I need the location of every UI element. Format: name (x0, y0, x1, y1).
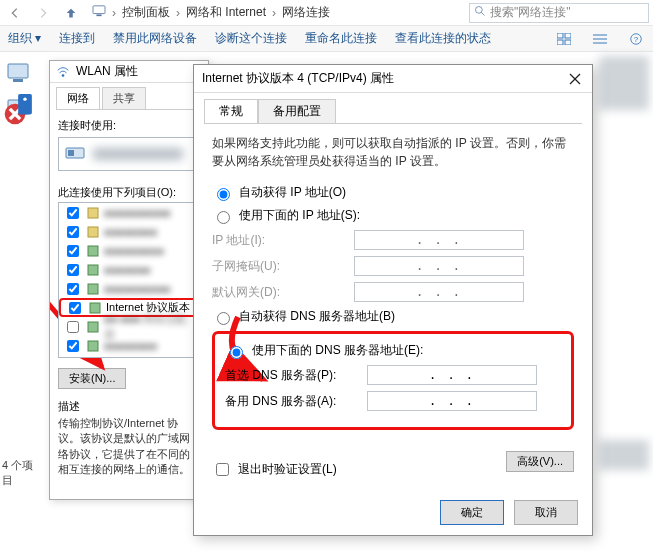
tab-sharing[interactable]: 共享 (102, 87, 146, 109)
svg-rect-7 (565, 40, 571, 45)
network-adapter-icon[interactable] (4, 58, 38, 88)
blurred-content (599, 56, 649, 110)
cmd-connect[interactable]: 连接到 (59, 30, 95, 47)
view-details-button[interactable] (591, 31, 609, 47)
gateway-input[interactable]: . . . (354, 282, 524, 302)
up-button[interactable] (60, 3, 82, 23)
radio-auto-ip-input[interactable] (217, 188, 230, 201)
list-item[interactable]: ■■■■■■■■ (59, 222, 199, 241)
install-button[interactable]: 安装(N)... (58, 368, 126, 389)
svg-rect-25 (88, 208, 98, 218)
search-input[interactable]: 搜索"网络连接" (469, 3, 649, 23)
list-item[interactable]: ■■■■■■■■■■ (59, 203, 199, 222)
ip-address-input[interactable]: . . . (354, 230, 524, 250)
radio-auto-dns-input[interactable] (217, 312, 230, 325)
blurred-content: ■■■■■■■■■■ (104, 283, 170, 295)
item-checkbox[interactable] (67, 340, 79, 352)
tab-network[interactable]: 网络 (56, 87, 100, 109)
item-checkbox[interactable] (67, 283, 79, 295)
close-button[interactable] (566, 70, 584, 88)
cmd-disable[interactable]: 禁用此网络设备 (113, 30, 197, 47)
svg-rect-28 (88, 265, 98, 275)
ip-address-label: IP 地址(I): (212, 232, 354, 249)
status-bar-count: 4 个项目 (0, 458, 44, 488)
item-checkbox[interactable] (67, 207, 79, 219)
radio-auto-dns[interactable]: 自动获得 DNS 服务器地址(B) (212, 308, 574, 325)
breadcrumb[interactable]: › 控制面板 › 网络和 Internet › 网络连接 (88, 4, 463, 21)
cmd-organize[interactable]: 组织 ▾ (8, 30, 41, 47)
svg-rect-1 (96, 14, 101, 16)
validate-checkbox-row[interactable]: 退出时验证设置(L) (212, 460, 337, 479)
component-icon (86, 206, 100, 220)
back-button[interactable] (4, 3, 26, 23)
preferred-dns-label: 首选 DNS 服务器(P): (225, 367, 367, 384)
component-icon (88, 301, 102, 315)
cancel-button[interactable]: 取消 (514, 500, 578, 525)
wifi-icon (56, 65, 70, 79)
svg-rect-14 (13, 79, 23, 82)
preferred-dns-input[interactable]: . . . (367, 365, 537, 385)
tab-alternate[interactable]: 备用配置 (258, 99, 336, 123)
forward-button[interactable] (32, 3, 54, 23)
svg-text:?: ? (634, 34, 639, 43)
svg-rect-29 (88, 284, 98, 294)
blurred-content: ■■■■■■■■ (104, 226, 157, 238)
svg-rect-6 (557, 40, 563, 45)
cmd-status[interactable]: 查看此连接的状态 (395, 30, 491, 47)
tab-general[interactable]: 常规 (204, 99, 258, 123)
help-button[interactable]: ? (627, 31, 645, 47)
svg-line-3 (482, 13, 485, 16)
explorer-topbar: › 控制面板 › 网络和 Internet › 网络连接 搜索"网络连接" (0, 0, 653, 26)
cmd-rename[interactable]: 重命名此连接 (305, 30, 377, 47)
svg-rect-4 (557, 33, 563, 38)
bc-root[interactable]: 控制面板 (122, 4, 170, 21)
bc-leaf[interactable]: 网络连接 (282, 4, 330, 21)
list-item[interactable]: ■■■■■■■■■■ (59, 279, 199, 298)
item-checkbox[interactable] (67, 321, 79, 333)
item-checkbox[interactable] (67, 226, 79, 238)
command-bar: 组织 ▾ 连接到 禁用此网络设备 诊断这个连接 重命名此连接 查看此连接的状态 … (0, 26, 653, 52)
items-listbox[interactable]: ■■■■■■■■■■ ■■■■■■■■ ■■■■■■■■■ ■■■■■■■ ■■… (58, 202, 200, 358)
adapter-card-icon (65, 145, 87, 163)
subnet-input[interactable]: . . . (354, 256, 524, 276)
radio-auto-dns-label: 自动获得 DNS 服务器地址(B) (239, 308, 395, 325)
svg-rect-13 (8, 64, 28, 78)
item-checkbox[interactable] (69, 302, 81, 314)
description-text: 传输控制协议/Internet 协议。该协议是默认的广域网络协议，它提供了在不同… (58, 416, 200, 478)
radio-manual-dns-input[interactable] (230, 346, 243, 359)
item-checkbox[interactable] (67, 264, 79, 276)
content-area: 4 个项目 (0, 52, 44, 552)
blurred-content: ■■■■■■■■■ (104, 245, 164, 257)
item-checkbox[interactable] (67, 245, 79, 257)
network-adapter-icon[interactable] (4, 94, 38, 124)
bc-mid[interactable]: 网络和 Internet (186, 4, 266, 21)
description-label: 描述 (58, 399, 200, 414)
svg-rect-5 (565, 33, 571, 38)
validate-checkbox[interactable] (216, 463, 229, 476)
radio-manual-ip[interactable]: 使用下面的 IP 地址(S): (212, 207, 574, 224)
alternate-dns-input[interactable]: . . . (367, 391, 537, 411)
ipv4-properties-dialog: Internet 协议版本 4 (TCP/IPv4) 属性 常规 备用配置 如果… (193, 64, 593, 536)
advanced-button[interactable]: 高级(V)... (506, 451, 574, 472)
radio-auto-ip[interactable]: 自动获得 IP 地址(O) (212, 184, 574, 201)
alternate-dns-label: 备用 DNS 服务器(A): (225, 393, 367, 410)
list-item[interactable]: ■■ ■■■ 网络适配器 (59, 317, 199, 336)
svg-rect-32 (88, 341, 98, 351)
wlan-properties-dialog: WLAN 属性 网络 共享 连接时使用: 此连接使用下列项目(O): ■■■■■… (49, 60, 209, 500)
ok-button[interactable]: 确定 (440, 500, 504, 525)
list-item[interactable]: ■■■■■■■■■ (59, 241, 199, 260)
items-label: 此连接使用下列项目(O): (58, 185, 200, 200)
component-icon (86, 282, 100, 296)
blurred-content: ■■■■■■■ (104, 264, 151, 276)
list-item[interactable]: ■■■■■■■ (59, 260, 199, 279)
radio-manual-ip-input[interactable] (217, 211, 230, 224)
wlan-title: WLAN 属性 (76, 63, 138, 80)
search-icon (474, 5, 486, 20)
view-icons-button[interactable] (555, 31, 573, 47)
cmd-diagnose[interactable]: 诊断这个连接 (215, 30, 287, 47)
svg-rect-24 (68, 150, 74, 156)
blurred-content: ■■■■■■■■■■ (104, 207, 170, 219)
subnet-label: 子网掩码(U): (212, 258, 354, 275)
radio-manual-dns[interactable]: 使用下面的 DNS 服务器地址(E): (225, 342, 561, 359)
gateway-label: 默认网关(D): (212, 284, 354, 301)
